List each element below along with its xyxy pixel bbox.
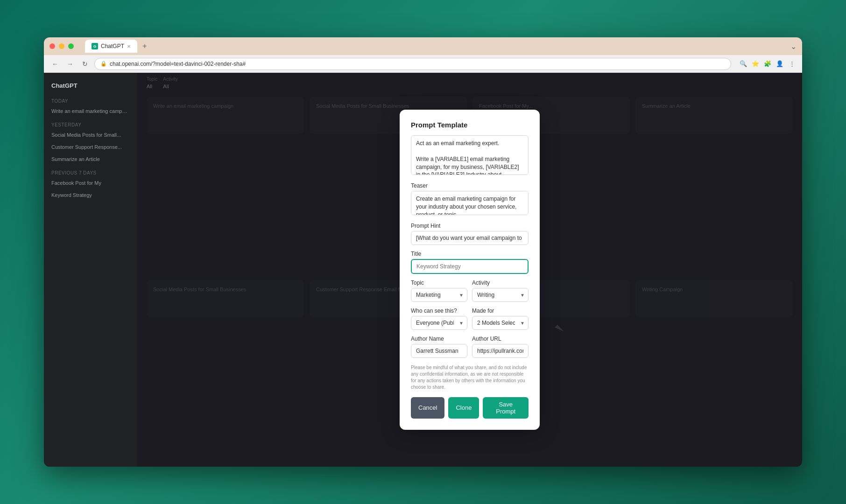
made-for-select-wrapper: 2 Models Selected All Models GPT-4 only …: [472, 316, 529, 330]
visibility-select-wrapper: Everyone (Public) Only Me My Team ▼: [411, 316, 467, 330]
browser-window: G ChatGPT ✕ + ⌄ ← → ↻ 🔒 chat.openai.com/…: [44, 37, 802, 467]
toolbar-icons: 🔍 ⭐ 🧩 👤 ⋮: [739, 59, 797, 69]
close-button[interactable]: [49, 43, 55, 49]
save-prompt-button[interactable]: Save Prompt: [483, 397, 529, 419]
tab-label: ChatGPT: [101, 43, 124, 49]
sidebar-section-7days: Previous 7 Days: [48, 168, 134, 177]
sidebar-title: ChatGPT: [48, 78, 134, 93]
mouse-cursor: [557, 325, 569, 336]
teaser-textarea[interactable]: [411, 191, 529, 215]
author-name-form-group: Author Name: [411, 336, 467, 358]
modal-overlay: Prompt Template Teaser Prompt Hint: [137, 73, 802, 467]
topic-form-group: Topic Marketing Sales Writing SEO Social…: [411, 280, 467, 302]
forward-button[interactable]: →: [64, 58, 76, 70]
sidebar-item-4[interactable]: Summarize an Article: [48, 154, 134, 165]
tab-close-icon[interactable]: ✕: [127, 44, 131, 49]
sidebar-section-today: Today: [48, 97, 134, 105]
author-url-form-group: Author URL: [472, 336, 529, 358]
teaser-form-group: Teaser: [411, 182, 529, 217]
more-options-icon[interactable]: ⋮: [787, 59, 797, 69]
clone-button[interactable]: Clone: [448, 397, 479, 419]
prompt-textarea[interactable]: [411, 135, 529, 175]
browser-titlebar: G ChatGPT ✕ + ⌄: [44, 37, 802, 55]
prompt-hint-form-group: Prompt Hint: [411, 223, 529, 245]
profile-avatar[interactable]: 👤: [775, 59, 784, 69]
prompt-hint-input[interactable]: [411, 231, 529, 245]
new-tab-button[interactable]: +: [139, 41, 150, 52]
topic-select-wrapper: Marketing Sales Writing SEO Social Media…: [411, 288, 467, 302]
disclaimer-text: Please be mindful of what you share, and…: [411, 364, 529, 391]
sidebar-item-6[interactable]: Keyword Strategy: [48, 189, 134, 201]
topic-select[interactable]: Marketing Sales Writing SEO Social Media: [411, 288, 467, 302]
prompt-form-group: [411, 135, 529, 177]
sidebar-item-5[interactable]: Facebook Post for My: [48, 177, 134, 189]
teaser-label: Teaser: [411, 182, 529, 189]
sidebar-item-1[interactable]: Write an email marketing campaign: [48, 105, 134, 117]
author-name-label: Author Name: [411, 336, 467, 342]
browser-toolbar: ← → ↻ 🔒 chat.openai.com/?model=text-davi…: [44, 55, 802, 73]
extension-icon[interactable]: 🧩: [763, 59, 772, 69]
modal-actions: Cancel Clone Save Prompt: [411, 397, 529, 419]
prompt-hint-label: Prompt Hint: [411, 223, 529, 229]
sidebar: ChatGPT Today Write an email marketing c…: [44, 73, 137, 467]
author-url-label: Author URL: [472, 336, 529, 342]
visibility-select[interactable]: Everyone (Public) Only Me My Team: [411, 316, 467, 330]
title-input[interactable]: [411, 259, 529, 274]
activity-select[interactable]: Writing Analysis Research Planning: [472, 288, 529, 302]
topic-label: Topic: [411, 280, 467, 286]
made-for-form-group: Made for 2 Models Selected All Models GP…: [472, 308, 529, 330]
author-url-input[interactable]: [472, 344, 529, 358]
modal-dialog: Prompt Template Teaser Prompt Hint: [400, 110, 540, 430]
sidebar-item-2[interactable]: Social Media Posts for Small...: [48, 129, 134, 140]
author-row: Author Name Author URL: [411, 336, 529, 358]
bookmark-icon[interactable]: ⭐: [751, 59, 760, 69]
author-name-input[interactable]: [411, 344, 467, 358]
sidebar-item-3[interactable]: Customer Support Response...: [48, 141, 134, 153]
activity-select-wrapper: Writing Analysis Research Planning ▼: [472, 288, 529, 302]
sidebar-section-yesterday: Yesterday: [48, 120, 134, 129]
modal-title: Prompt Template: [411, 121, 529, 129]
minimize-button[interactable]: [59, 43, 64, 49]
cancel-button[interactable]: Cancel: [411, 397, 444, 419]
back-button[interactable]: ←: [49, 58, 61, 70]
who-can-see-form-group: Who can see this? Everyone (Public) Only…: [411, 308, 467, 330]
tab-bar: G ChatGPT ✕ +: [85, 40, 787, 53]
main-content: Topic All Activity All Write an email ma…: [137, 73, 802, 467]
search-icon[interactable]: 🔍: [739, 59, 748, 69]
activity-form-group: Activity Writing Analysis Research Plann…: [472, 280, 529, 302]
page-content: ChatGPT Today Write an email marketing c…: [44, 73, 802, 467]
reload-button[interactable]: ↻: [79, 58, 91, 70]
made-for-select[interactable]: 2 Models Selected All Models GPT-4 only: [472, 316, 529, 330]
made-for-label: Made for: [472, 308, 529, 314]
maximize-button[interactable]: [68, 43, 74, 49]
tab-favicon: G: [92, 43, 98, 49]
address-bar[interactable]: 🔒 chat.openai.com/?model=text-davinci-00…: [94, 58, 731, 70]
url-text: chat.openai.com/?model=text-davinci-002-…: [110, 61, 246, 67]
visibility-model-row: Who can see this? Everyone (Public) Only…: [411, 308, 529, 330]
who-can-see-label: Who can see this?: [411, 308, 467, 314]
title-label: Title: [411, 251, 529, 257]
profile-icon[interactable]: ⌄: [790, 42, 797, 51]
topic-activity-row: Topic Marketing Sales Writing SEO Social…: [411, 280, 529, 302]
title-form-group: Title: [411, 251, 529, 274]
active-tab[interactable]: G ChatGPT ✕: [85, 40, 137, 53]
activity-label: Activity: [472, 280, 529, 286]
